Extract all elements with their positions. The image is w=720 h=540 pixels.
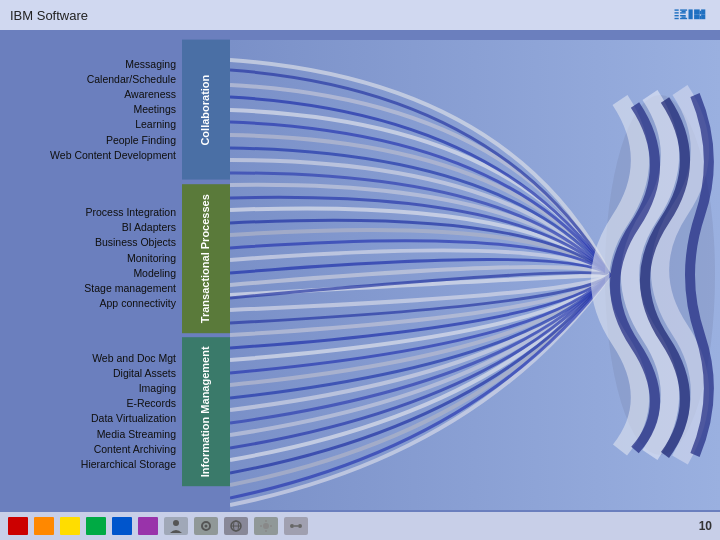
collab-item-learning: Learning xyxy=(0,117,176,132)
main-content: Messaging Calendar/Schedule Awareness Me… xyxy=(0,30,720,520)
svg-rect-3 xyxy=(675,18,679,19)
svg-point-31 xyxy=(298,524,302,528)
app-title: IBM Software xyxy=(10,8,88,23)
information-items: Web and Doc Mgt Digital Assets Imaging E… xyxy=(0,337,182,486)
svg-point-19 xyxy=(173,520,179,526)
info-item-media: Media Streaming xyxy=(0,427,176,442)
footer-icon-4 xyxy=(254,517,278,535)
gear-icon xyxy=(198,519,214,533)
svg-rect-5 xyxy=(680,12,686,13)
svg-rect-15 xyxy=(701,9,705,14)
info-item-content: Content Archiving xyxy=(0,442,176,457)
trans-item-business: Business Objects xyxy=(0,235,176,250)
sun-icon xyxy=(258,519,274,533)
top-bar: IBM Software xyxy=(0,0,720,30)
footer-icon-3 xyxy=(224,517,248,535)
footer-icon-2 xyxy=(194,517,218,535)
svg-rect-7 xyxy=(680,18,687,19)
collab-item-meetings: Meetings xyxy=(0,102,176,117)
footer-color-yellow xyxy=(60,517,80,535)
collaboration-label: Collaboration xyxy=(182,40,230,180)
collab-item-webcontent: Web Content Development xyxy=(0,148,176,163)
svg-point-21 xyxy=(205,525,208,528)
page-number: 10 xyxy=(699,519,712,533)
trans-item-bi: BI Adapters xyxy=(0,220,176,235)
collab-item-awareness: Awareness xyxy=(0,87,176,102)
ibm-logo xyxy=(674,8,710,22)
svg-rect-4 xyxy=(680,9,687,10)
transactional-items: Process Integration BI Adapters Business… xyxy=(0,184,182,333)
info-item-datavirt: Data Virtualization xyxy=(0,411,176,426)
svg-rect-8 xyxy=(682,11,686,12)
svg-rect-1 xyxy=(675,12,679,13)
transactional-section: Process Integration BI Adapters Business… xyxy=(0,184,230,333)
svg-rect-9 xyxy=(682,16,686,17)
footer-icon-1 xyxy=(164,517,188,535)
svg-rect-14 xyxy=(700,16,701,20)
svg-rect-6 xyxy=(680,15,686,16)
trans-item-app: App connectivity xyxy=(0,296,176,311)
info-item-webdoc: Web and Doc Mgt xyxy=(0,351,176,366)
svg-point-25 xyxy=(263,523,269,529)
footer: 10 xyxy=(0,512,720,540)
trans-item-monitoring: Monitoring xyxy=(0,251,176,266)
svg-point-30 xyxy=(290,524,294,528)
rope-svg xyxy=(230,30,720,520)
info-item-digital: Digital Assets xyxy=(0,366,176,381)
info-item-erecords: E-Records xyxy=(0,396,176,411)
information-section: Web and Doc Mgt Digital Assets Imaging E… xyxy=(0,337,230,486)
trans-item-modeling: Modeling xyxy=(0,266,176,281)
person-icon xyxy=(168,519,184,533)
svg-rect-12 xyxy=(694,14,700,19)
rope-visual xyxy=(230,30,720,520)
svg-rect-0 xyxy=(675,9,679,10)
footer-color-orange xyxy=(34,517,54,535)
left-panel: Messaging Calendar/Schedule Awareness Me… xyxy=(0,30,230,500)
svg-rect-16 xyxy=(701,14,705,19)
svg-rect-2 xyxy=(675,15,679,16)
svg-rect-13 xyxy=(700,11,701,15)
footer-color-green xyxy=(86,517,106,535)
globe-icon xyxy=(228,519,244,533)
svg-rect-11 xyxy=(694,9,700,14)
info-item-imaging: Imaging xyxy=(0,381,176,396)
information-label: Information Management xyxy=(182,337,230,486)
collab-item-messaging: Messaging xyxy=(0,57,176,72)
footer-color-red xyxy=(8,517,28,535)
collaboration-section: Messaging Calendar/Schedule Awareness Me… xyxy=(0,40,230,180)
trans-item-process: Process Integration xyxy=(0,205,176,220)
footer-color-blue xyxy=(112,517,132,535)
footer-icon-5 xyxy=(284,517,308,535)
collab-item-people: People Finding xyxy=(0,133,176,148)
collab-item-calendar: Calendar/Schedule xyxy=(0,72,176,87)
network-icon xyxy=(288,519,304,533)
transactional-label: Transactional Processes xyxy=(182,184,230,333)
trans-item-stage: Stage management xyxy=(0,281,176,296)
collaboration-items: Messaging Calendar/Schedule Awareness Me… xyxy=(0,40,182,180)
info-item-hierarchical: Hierarchical Storage xyxy=(0,457,176,472)
footer-color-purple xyxy=(138,517,158,535)
svg-rect-10 xyxy=(689,9,693,19)
